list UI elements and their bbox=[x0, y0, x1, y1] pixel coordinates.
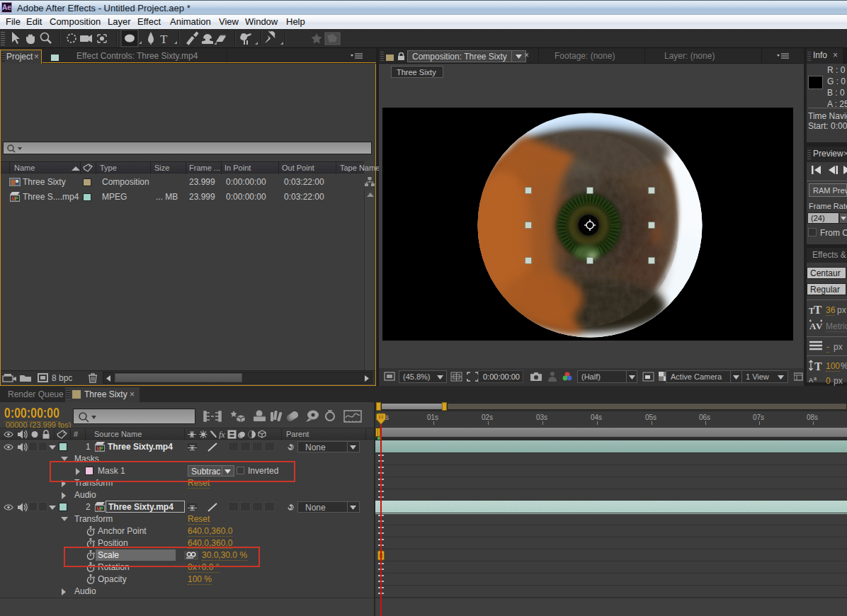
svg-text:fx: fx bbox=[219, 430, 225, 439]
svg-text:T: T bbox=[814, 303, 822, 315]
svg-text:A: A bbox=[809, 377, 813, 384]
svg-text:P: P bbox=[100, 446, 103, 451]
svg-text:a: a bbox=[814, 376, 817, 381]
svg-text:T: T bbox=[814, 360, 822, 372]
svg-text:P: P bbox=[15, 196, 18, 201]
svg-text:V: V bbox=[816, 321, 823, 331]
svg-text:P: P bbox=[100, 506, 103, 511]
svg-text:T: T bbox=[160, 33, 168, 46]
